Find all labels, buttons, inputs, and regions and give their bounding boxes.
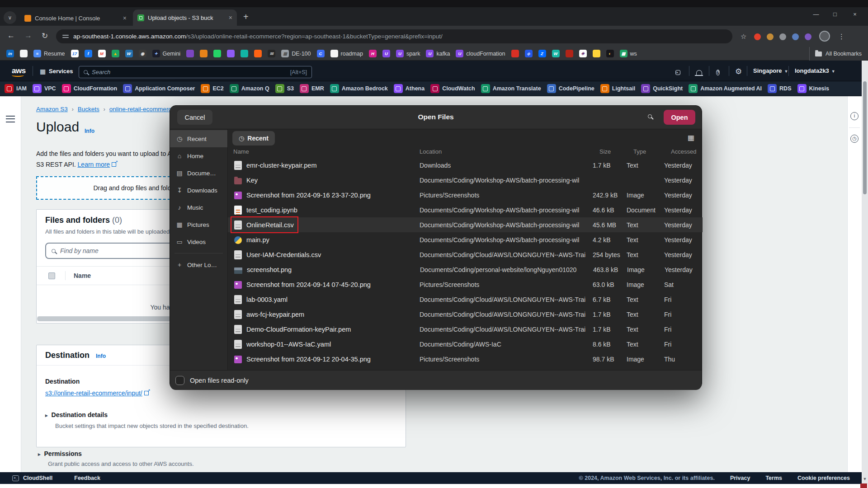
dialog-search-icon[interactable]: [648, 114, 652, 118]
tab-search-chevron-icon[interactable]: ∨: [4, 11, 16, 24]
bookmark-item[interactable]: U: [382, 50, 390, 57]
tab-upload-objects[interactable]: Upload objects - S3 buck ×: [133, 9, 237, 26]
footer-feedback[interactable]: Feedback: [74, 475, 100, 481]
file-row[interactable]: Screenshot from 2024-09-16 23-37-20.png …: [228, 188, 703, 202]
footer-cloudshell[interactable]: CloudShell: [23, 475, 52, 481]
favorite-service[interactable]: CodePipeline: [547, 84, 594, 93]
column-accessed[interactable]: Accessed: [671, 148, 696, 155]
sidebar-place-item[interactable]: ▦ Pictures: [170, 216, 227, 233]
permissions-toggle[interactable]: ▸Permissions: [38, 450, 82, 457]
menu-hamburger-icon[interactable]: [6, 116, 15, 122]
recent-location-pill[interactable]: ◷ Recent: [232, 131, 275, 145]
open-button[interactable]: Open: [664, 110, 695, 125]
favorite-service[interactable]: Amazon Q: [230, 84, 269, 93]
file-row[interactable]: emr-cluster-keypair.pem Downloads 1.7 kB…: [228, 158, 703, 173]
breadcrumb-link-bucket[interactable]: online-retail-ecommerce: [109, 106, 175, 113]
favorite-service[interactable]: Application Composer: [123, 84, 195, 93]
favorite-service[interactable]: Kinesis: [797, 84, 829, 93]
bookmark-item[interactable]: Z: [538, 50, 546, 57]
column-type[interactable]: Type: [633, 148, 646, 155]
extension-icon-red[interactable]: [754, 33, 761, 40]
bookmark-item[interactable]: [566, 50, 573, 57]
privacy-link[interactable]: Privacy: [730, 475, 750, 481]
bookmark-item[interactable]: ◐: [606, 50, 614, 57]
history-panel-icon[interactable]: ◷: [850, 135, 859, 143]
sidebar-place-item[interactable]: ⌂ Home: [170, 147, 227, 164]
bookmark-item[interactable]: ✉: [268, 50, 275, 57]
region-selector[interactable]: Singapore▼: [753, 67, 788, 74]
services-grid-icon[interactable]: ▦: [40, 68, 46, 75]
scrollbar-down-arrow[interactable]: ▼: [862, 474, 868, 484]
info-panel-icon[interactable]: i: [850, 112, 859, 120]
file-row[interactable]: User-IAM-Credentials.csv Documents/Codin…: [228, 247, 703, 262]
favorite-service[interactable]: CloudFormation: [62, 84, 118, 93]
bookmark-item[interactable]: [511, 50, 519, 57]
title-info-link[interactable]: Info: [85, 128, 94, 134]
bookmark-item[interactable]: ◆: [525, 50, 533, 57]
destination-info-link[interactable]: Info: [96, 353, 106, 359]
breadcrumb-link-buckets[interactable]: Buckets: [78, 106, 99, 113]
scrollbar-thumb[interactable]: [863, 81, 867, 194]
reload-icon[interactable]: ↻: [42, 31, 48, 41]
url-bar[interactable]: ap-southeast-1.console.aws.amazon.com/s3…: [56, 29, 732, 43]
cloudshell-icon[interactable]: >_: [675, 67, 680, 75]
file-row[interactable]: Demo-CloudFormation-keyPair.pem Document…: [228, 322, 703, 337]
bookmark-item[interactable]: 17: [71, 50, 79, 57]
bookmark-item[interactable]: C: [317, 50, 325, 57]
bookmark-item[interactable]: U cloudFormation: [456, 50, 505, 57]
bookmark-item[interactable]: ◉: [139, 50, 146, 57]
favorite-service[interactable]: RDS: [768, 84, 791, 93]
file-row[interactable]: main.py Documents/Coding/Workshop-AWS/ba…: [228, 232, 703, 247]
sidebar-place-item[interactable]: ◷ Recent: [170, 130, 227, 147]
sidebar-other-locations[interactable]: + Other Lo…: [170, 256, 227, 273]
page-scrollbar[interactable]: [862, 61, 868, 474]
help-icon[interactable]: ?: [716, 68, 720, 75]
aws-logo[interactable]: aws: [12, 66, 26, 77]
site-settings-icon[interactable]: [62, 34, 69, 39]
favorite-service[interactable]: Athena: [394, 84, 425, 93]
extension-icon-brown[interactable]: [767, 33, 774, 40]
grid-view-icon[interactable]: ▦: [688, 133, 694, 142]
bookmark-item[interactable]: [227, 50, 235, 57]
window-close-button[interactable]: ×: [848, 11, 862, 18]
new-tab-button[interactable]: +: [243, 12, 249, 22]
all-bookmarks-button[interactable]: All Bookmarks: [809, 47, 862, 61]
forward-icon[interactable]: →: [24, 31, 32, 40]
bookmark-item[interactable]: ▦ ws: [620, 50, 637, 57]
favorite-service[interactable]: CloudWatch: [430, 84, 475, 93]
bookmark-item[interactable]: [254, 50, 262, 57]
column-location[interactable]: Location: [420, 148, 442, 155]
file-row[interactable]: workshop-01--AWS-IaC.yaml Documents/Codi…: [228, 337, 703, 352]
favorite-service[interactable]: EC2: [201, 84, 223, 93]
cloudshell-icon[interactable]: >_: [12, 475, 19, 481]
bookmark-item[interactable]: ▦ DE-100: [281, 50, 311, 57]
bookmark-item[interactable]: ≡ Resume: [33, 50, 65, 57]
column-name[interactable]: Name: [233, 148, 249, 155]
favorite-service[interactable]: Lightsail: [600, 84, 635, 93]
breadcrumb-link-s3[interactable]: Amazon S3: [36, 106, 68, 113]
aws-search-input[interactable]: [92, 69, 286, 75]
settings-gear-icon[interactable]: ⚙: [735, 67, 742, 76]
bookmark-item[interactable]: ✳: [579, 50, 587, 57]
file-row[interactable]: aws-fcj-keypair.pem Documents/Coding/Clo…: [228, 307, 703, 322]
bookmark-item[interactable]: W: [552, 50, 560, 57]
bookmark-item[interactable]: [213, 50, 221, 57]
bookmark-item[interactable]: W: [125, 50, 133, 57]
sidebar-place-item[interactable]: ▭ Videos: [170, 233, 227, 250]
column-size[interactable]: Size: [599, 148, 611, 155]
bookmark-star-icon[interactable]: ☆: [741, 33, 746, 41]
favorite-service[interactable]: QuickSight: [641, 84, 683, 93]
favorite-service[interactable]: Amazon Bedrock: [330, 84, 388, 93]
file-row[interactable]: OnlineRetail.csv Documents/Coding/Worksh…: [228, 217, 703, 232]
bookmark-item[interactable]: in: [6, 50, 14, 57]
cookie-preferences-link[interactable]: Cookie preferences: [797, 475, 850, 481]
bookmark-item[interactable]: [186, 50, 194, 57]
bookmark-item[interactable]: ✦ Gemini: [152, 50, 181, 57]
browser-menu-icon[interactable]: ⋮: [838, 33, 845, 41]
bookmark-item[interactable]: ▲: [112, 50, 119, 57]
favorite-service[interactable]: IAM: [5, 84, 27, 93]
window-maximize-button[interactable]: □: [828, 11, 842, 18]
aws-search-box[interactable]: [Alt+S]: [79, 66, 312, 78]
terms-link[interactable]: Terms: [765, 475, 782, 481]
extension-icon-blue[interactable]: [792, 33, 799, 40]
